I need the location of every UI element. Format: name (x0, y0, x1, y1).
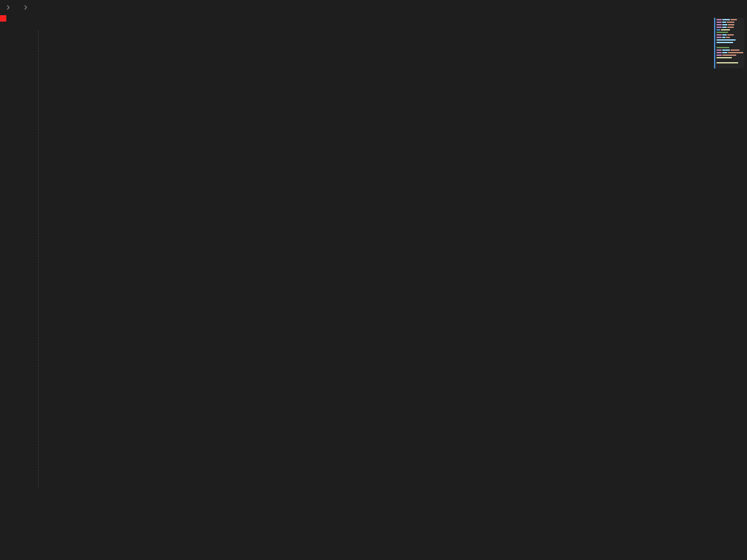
chevron-right-icon: › (5, 2, 11, 13)
minimap[interactable] (714, 18, 744, 68)
annotation-highlight-box (0, 15, 6, 22)
breadcrumb[interactable]: › › (0, 0, 747, 15)
chevron-right-icon: › (23, 2, 29, 13)
indent-guide (38, 30, 39, 488)
